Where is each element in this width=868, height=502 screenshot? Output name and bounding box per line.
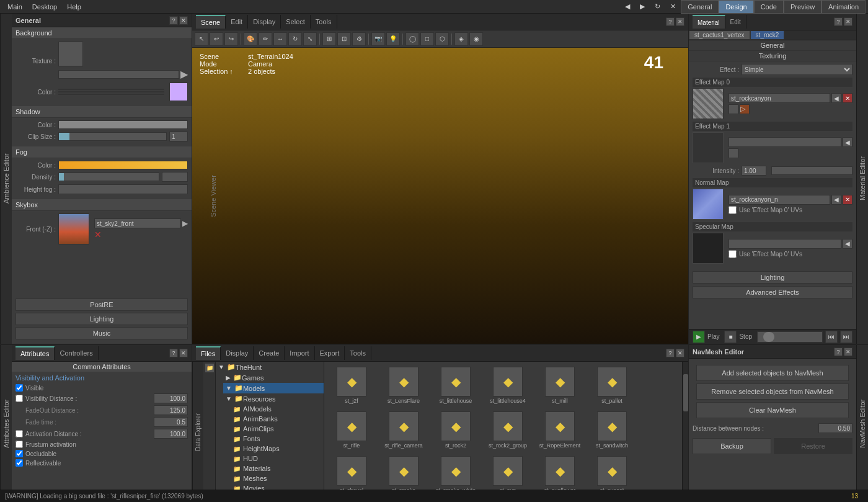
add-navmesh-btn[interactable]: Add selected objects to NavMesh bbox=[696, 365, 849, 381]
distance-input[interactable] bbox=[818, 423, 852, 433]
file-item[interactable]: ◆ st_rock2 bbox=[431, 409, 480, 451]
tool-select[interactable]: ↖ bbox=[195, 32, 208, 46]
tool-scale[interactable]: ⤡ bbox=[303, 32, 317, 46]
tool-rotate[interactable]: ↻ bbox=[288, 32, 302, 46]
skybox-value-input[interactable] bbox=[94, 218, 181, 228]
tree-animbanks[interactable]: 📁 AnimBanks bbox=[231, 414, 324, 424]
fog-density-input[interactable]: 0.0041 bbox=[162, 172, 188, 182]
nav-back-icon[interactable]: ◀ bbox=[620, 2, 635, 11]
file-item[interactable]: ◆ st_j2f bbox=[327, 364, 376, 406]
mat-menu-material[interactable]: Material bbox=[693, 15, 725, 29]
navmesh-help-btn[interactable]: ? bbox=[834, 347, 843, 356]
file-item[interactable]: ◆ st_sandwitch bbox=[587, 409, 637, 451]
postre-btn[interactable]: PostRE bbox=[16, 298, 188, 311]
import-menu[interactable]: Import bbox=[285, 346, 314, 360]
file-item[interactable]: ◆ st_rifle_camera bbox=[379, 409, 428, 451]
restore-btn[interactable]: Restore bbox=[774, 438, 852, 454]
help-btn[interactable]: ? bbox=[169, 16, 178, 25]
scene-close-btn[interactable]: ✕ bbox=[676, 17, 684, 26]
tree-meshes[interactable]: 📁 Meshes bbox=[231, 473, 324, 483]
map0-nav-btn[interactable]: ◀ bbox=[831, 93, 841, 103]
tree-heightmaps[interactable]: 📁 HeightMaps bbox=[231, 444, 324, 454]
skybox-section[interactable]: Skybox bbox=[12, 199, 192, 211]
step-back-btn[interactable]: ⏮ bbox=[825, 331, 838, 343]
map1-nav-btn[interactable]: ◀ bbox=[843, 137, 852, 147]
playback-slider[interactable] bbox=[757, 331, 823, 343]
shadow-section[interactable]: Shadow bbox=[12, 106, 192, 118]
tool-paint[interactable]: 🎨 bbox=[244, 32, 257, 46]
file-item[interactable]: ◆ st_littlehouse4 bbox=[483, 364, 533, 406]
file-item[interactable]: ◆ st_rifle bbox=[327, 409, 376, 451]
background-section[interactable]: Background bbox=[12, 27, 192, 39]
scene-help-btn[interactable]: ? bbox=[666, 17, 675, 26]
nav-refresh-icon[interactable]: ↻ bbox=[650, 2, 665, 11]
tool-box[interactable]: □ bbox=[420, 32, 434, 46]
clear-navmesh-btn[interactable]: Clear NavMesh bbox=[696, 402, 849, 418]
tab-code[interactable]: Code bbox=[754, 0, 784, 14]
clip-size-slider[interactable] bbox=[58, 132, 167, 141]
intensity-input[interactable] bbox=[742, 166, 766, 176]
create-menu[interactable]: Create bbox=[254, 346, 285, 360]
normal-input[interactable] bbox=[728, 195, 830, 205]
vis-dist-input[interactable] bbox=[154, 393, 188, 403]
map1-icon[interactable] bbox=[728, 148, 738, 158]
fog-section[interactable]: Fog bbox=[12, 146, 192, 158]
nav-forward-icon[interactable]: ▶ bbox=[635, 2, 650, 11]
menu-desktop[interactable]: Desktop bbox=[27, 3, 62, 11]
effect-select[interactable]: Simple bbox=[742, 64, 852, 75]
reflectivable-checkbox[interactable] bbox=[16, 459, 23, 467]
specular-input[interactable] bbox=[728, 239, 841, 249]
data-icon-btn[interactable]: 📁 bbox=[205, 363, 215, 373]
scene-menu-edit[interactable]: Edit bbox=[226, 15, 248, 29]
lighting-section-btn[interactable]: Lighting bbox=[693, 271, 852, 284]
scroll-thumb[interactable] bbox=[683, 374, 688, 411]
map0-del-btn[interactable]: ✕ bbox=[843, 93, 852, 103]
map1-input[interactable] bbox=[728, 137, 841, 147]
scene-menu-scene[interactable]: Scene bbox=[196, 15, 226, 29]
tool-sphere[interactable]: ◯ bbox=[405, 32, 419, 46]
height-fog-input[interactable]: 0.00 bbox=[58, 184, 188, 194]
file-item[interactable]: ◆ st_RopeElement bbox=[535, 409, 585, 451]
tool-settings[interactable]: ⚙ bbox=[352, 32, 366, 46]
normal-nav-btn[interactable]: ◀ bbox=[831, 195, 841, 205]
color-gradient-r[interactable] bbox=[58, 89, 164, 90]
data-close-btn[interactable]: ✕ bbox=[676, 349, 684, 357]
texture-expand-btn[interactable]: ▶ bbox=[180, 68, 188, 80]
map0-icon2[interactable]: ▷ bbox=[740, 104, 750, 114]
advanced-effects-btn[interactable]: Advanced Effects bbox=[693, 286, 852, 298]
scene-menu-select[interactable]: Select bbox=[281, 15, 311, 29]
nav-stop-icon[interactable]: ✕ bbox=[665, 2, 681, 11]
menu-main[interactable]: Main bbox=[2, 3, 27, 11]
tool-move[interactable]: ↔ bbox=[273, 32, 287, 46]
fog-density-slider[interactable] bbox=[58, 173, 159, 181]
map0-icon1[interactable] bbox=[728, 104, 738, 114]
intensity-bar[interactable] bbox=[771, 166, 852, 175]
export-menu[interactable]: Export bbox=[315, 346, 345, 360]
attr-close-btn[interactable]: ✕ bbox=[179, 349, 188, 357]
tree-games[interactable]: ▶ 📁 Games bbox=[223, 372, 324, 383]
file-item[interactable]: ◆ st_littlehouse bbox=[431, 364, 480, 406]
tool-light[interactable]: 💡 bbox=[386, 32, 400, 46]
normal-uv-checkbox[interactable] bbox=[728, 206, 737, 214]
navmesh-close-btn[interactable]: ✕ bbox=[844, 347, 852, 356]
scene-menu-display[interactable]: Display bbox=[248, 15, 281, 29]
lighting-btn[interactable]: Lighting bbox=[16, 313, 188, 325]
tool-camera[interactable]: 📷 bbox=[371, 32, 385, 46]
display-menu[interactable]: Display bbox=[221, 346, 254, 360]
tree-thehunt[interactable]: ▼ 📁 TheHunt bbox=[216, 362, 324, 372]
data-help-btn[interactable]: ? bbox=[666, 349, 675, 357]
tab-general[interactable]: General bbox=[681, 0, 719, 14]
tool-extra1[interactable]: ◈ bbox=[454, 32, 468, 46]
map0-input[interactable] bbox=[728, 93, 830, 103]
tree-models[interactable]: ▼ 📁 Models bbox=[223, 383, 324, 393]
file-item[interactable]: ◆ st_LensFlare bbox=[379, 364, 428, 406]
tree-resources[interactable]: ▼ 📁 Resources bbox=[223, 393, 324, 404]
color-swatch[interactable] bbox=[169, 83, 188, 101]
file-item[interactable]: ◆ st_pallet bbox=[587, 364, 637, 406]
occludable-checkbox[interactable] bbox=[16, 450, 23, 457]
tool-wire[interactable]: ⬡ bbox=[435, 32, 449, 46]
clip-size-input[interactable] bbox=[169, 132, 188, 141]
mat-close-btn[interactable]: ✕ bbox=[844, 17, 852, 26]
mat-menu-edit[interactable]: Edit bbox=[725, 15, 746, 29]
skybox-expand-btn[interactable]: ▶ bbox=[182, 219, 188, 228]
